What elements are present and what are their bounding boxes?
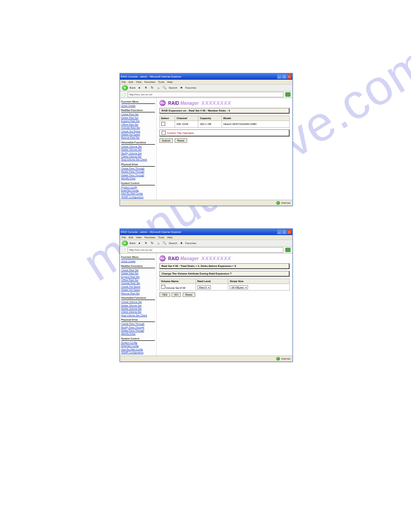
back-label[interactable]: Back <box>130 242 136 245</box>
address-input[interactable]: http://xxx.xxx.xx.xx/ <box>128 247 283 253</box>
main-pane: Rm RAID Manager XXXXXXXX RAID Expansion … <box>157 98 292 200</box>
stop-icon[interactable]: ✕ <box>144 241 148 245</box>
sidebar-link[interactable]: Identify Drive <box>121 332 155 335</box>
menu-edit[interactable]: Edit <box>128 81 133 83</box>
forward-icon[interactable]: ▸ <box>137 241 142 245</box>
menu-file[interactable]: File <box>122 81 126 83</box>
sidebar-link[interactable]: Delete Pass Through <box>121 174 155 177</box>
reset-button[interactable]: Reset <box>183 292 195 297</box>
back-icon[interactable]: ◄ <box>122 85 128 90</box>
favorites-label[interactable]: Favorites <box>185 242 197 245</box>
row-checkbox[interactable] <box>161 122 165 126</box>
sidebar-link[interactable]: Create Volume Set <box>121 145 155 148</box>
sidebar-link[interactable]: Create Hot Spare <box>121 285 155 288</box>
refresh-icon[interactable]: ↻ <box>150 241 154 245</box>
menu-view[interactable]: View <box>136 236 142 239</box>
sidebar-link[interactable]: EtherNet Config <box>121 189 155 192</box>
yes-button[interactable]: YES <box>159 292 170 297</box>
sidebar-link[interactable]: Create Volume Set <box>121 300 155 304</box>
sidebar-link[interactable]: Modify Pass Through <box>121 170 155 173</box>
menu-view[interactable]: View <box>136 81 142 83</box>
sidebar-link[interactable]: Modify Pass Through <box>121 326 155 329</box>
sidebar-link[interactable]: Stop Volume Set Check <box>121 314 155 317</box>
menu-tools[interactable]: Tools <box>158 236 164 239</box>
favorites-label[interactable]: Favorites <box>185 86 197 89</box>
sidebar-link[interactable]: Delete Volume Set <box>121 304 155 307</box>
sidebar-link[interactable]: Create Hot Spare <box>121 130 155 133</box>
confirm-checkbox[interactable] <box>162 131 166 135</box>
address-input[interactable]: http://xxx.xxx.xx.xx/ <box>128 92 283 97</box>
favorites-icon[interactable]: ★ <box>179 241 184 245</box>
sidebar-link[interactable]: Offline Raid Set <box>121 123 155 126</box>
no-button[interactable]: NO <box>171 292 181 297</box>
sidebar-link[interactable]: Activate Raid Set <box>121 126 155 129</box>
menu-tools[interactable]: Tools <box>158 81 164 83</box>
sidebar-link[interactable]: Check Volume Set <box>121 310 155 313</box>
back-icon[interactable]: ◄ <box>122 240 128 246</box>
sidebar-sec5-title: System Control <box>121 182 155 185</box>
go-button[interactable] <box>285 92 291 97</box>
stripe-size-select[interactable]: 64 KBytes <box>230 285 248 289</box>
sidebar-link[interactable]: Delete Raid Set <box>121 116 155 120</box>
sidebar-link[interactable]: Rescue Raid Set <box>121 136 155 139</box>
stop-icon[interactable]: ✕ <box>144 86 148 90</box>
sidebar-link[interactable]: Expand Raid Set <box>121 275 155 279</box>
menu-favorites[interactable]: Favorites <box>144 81 155 83</box>
sidebar-link[interactable]: System Config <box>121 186 155 189</box>
minimize-icon[interactable]: _ <box>277 230 282 234</box>
sidebar-link[interactable]: Expand Raid Set <box>121 120 155 123</box>
menu-edit[interactable]: Edit <box>128 236 133 239</box>
menu-file[interactable]: File <box>122 236 126 239</box>
back-label[interactable]: Back <box>130 86 136 89</box>
sidebar-link[interactable]: Quick Create <box>121 104 155 107</box>
row-checkbox[interactable] <box>161 285 165 289</box>
sidebar-link[interactable]: System Config <box>121 341 155 344</box>
raid-level-select[interactable]: Raid 5 <box>197 285 211 289</box>
sidebar-link[interactable]: Delete Raid Set <box>121 272 155 275</box>
sidebar-link[interactable]: Quick Create <box>121 260 155 263</box>
sidebar-link[interactable]: Alert By Mail Config <box>121 192 155 195</box>
sidebar-link[interactable]: Delete Volume Set <box>121 148 155 151</box>
sidebar-link[interactable]: SNMP Configuration <box>121 196 155 199</box>
sidebar-link[interactable]: Rescue Raid Set <box>121 292 155 295</box>
sidebar-link[interactable]: Alert By Mail Config <box>121 348 155 351</box>
sidebar-link[interactable]: Create Pass Through <box>121 167 155 170</box>
sidebar-link[interactable]: Create Raid Set <box>121 113 155 116</box>
forward-icon[interactable]: ▸ <box>137 86 142 90</box>
refresh-icon[interactable]: ↻ <box>150 86 154 90</box>
sidebar-link[interactable]: SNMP Configuration <box>121 351 155 354</box>
maximize-icon[interactable]: □ <box>282 74 287 79</box>
sidebar-link[interactable]: Offline Raid Set <box>121 279 155 282</box>
menu-help[interactable]: Help <box>167 236 172 239</box>
sidebar-link[interactable]: Delete Hot Spare <box>121 288 155 292</box>
submit-button[interactable]: Submit <box>159 138 173 143</box>
sidebar-link[interactable]: Modify Volume Set <box>121 152 155 155</box>
sidebar-link[interactable]: Create Raid Set <box>121 269 155 272</box>
sidebar-sec3-title: VolumeSet Functions <box>121 296 155 300</box>
sidebar-link[interactable]: Identify Drive <box>121 177 155 180</box>
reset-button[interactable]: Reset <box>175 138 187 143</box>
sidebar-link[interactable]: Modify Volume Set <box>121 307 155 310</box>
sidebar-link[interactable]: Delete Hot Spare <box>121 133 155 136</box>
go-button[interactable] <box>285 248 291 252</box>
sidebar-link[interactable]: Stop Volume Set Check <box>121 158 155 161</box>
close-icon[interactable]: × <box>287 74 291 79</box>
sidebar-link[interactable]: Delete Pass Through <box>121 329 155 332</box>
menu-favorites[interactable]: Favorites <box>144 236 155 239</box>
search-icon[interactable]: 🔍 <box>163 86 167 90</box>
search-icon[interactable]: 🔍 <box>163 241 167 245</box>
search-label[interactable]: Search <box>169 86 177 89</box>
maximize-icon[interactable]: □ <box>282 230 287 234</box>
favorites-icon[interactable]: ★ <box>179 86 184 90</box>
home-icon[interactable]: ⌂ <box>156 86 161 90</box>
sidebar-link[interactable]: Check Volume Set <box>121 155 155 158</box>
sidebar-link[interactable]: Activate Raid Set <box>121 282 155 285</box>
sidebar-link[interactable]: Create Pass Through <box>121 322 155 326</box>
search-label[interactable]: Search <box>169 242 177 245</box>
menu-help[interactable]: Help <box>167 81 172 83</box>
screenshot-1: RAID Console - admin - Microsoft Interne… <box>120 73 292 206</box>
close-icon[interactable]: × <box>287 230 291 234</box>
minimize-icon[interactable]: _ <box>277 74 282 79</box>
sidebar-link[interactable]: EtherNet Config <box>121 344 155 348</box>
home-icon[interactable]: ⌂ <box>156 241 161 245</box>
